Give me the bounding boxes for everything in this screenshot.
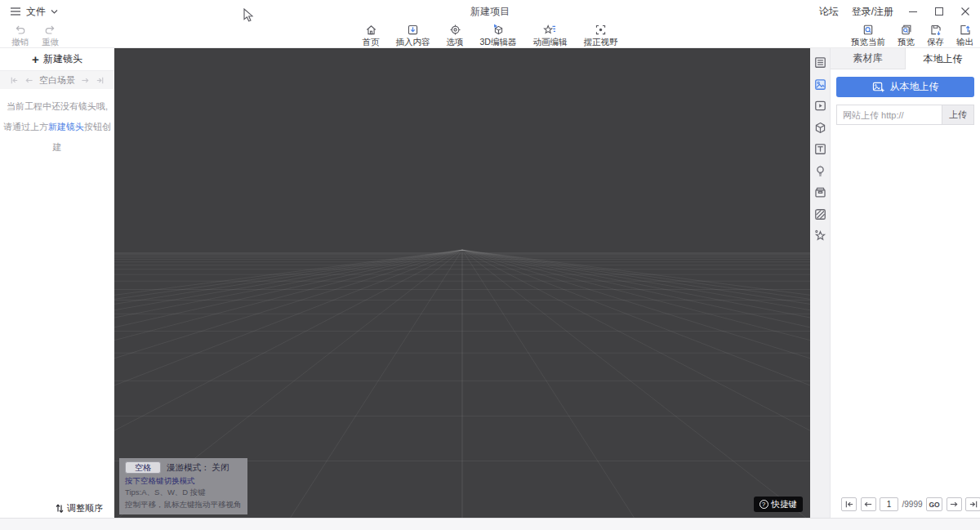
toolbar-item-label: 首页: [363, 37, 380, 48]
empty-hint-line2: 请通过上方新建镜头按钮创建: [0, 117, 114, 158]
login-register-link[interactable]: 登录/注册: [852, 5, 893, 19]
text-assets-icon[interactable]: [813, 142, 827, 156]
file-menu[interactable]: 文件: [26, 5, 46, 19]
hamburger-menu-icon[interactable]: [10, 7, 21, 16]
shortcuts-button[interactable]: ? 快捷键: [754, 497, 804, 512]
next-page-button[interactable]: [947, 497, 962, 511]
template-list-icon[interactable]: [813, 56, 827, 69]
app-window: { "colors": { "accent": "#4a80e4", "canv…: [0, 0, 980, 530]
toolbar-animation-edit[interactable]: 动画编辑: [532, 24, 567, 48]
redo-icon: [44, 24, 56, 36]
maximize-button[interactable]: [933, 5, 946, 18]
empty-hint-line1: 当前工程中还没有镜头哦,: [0, 96, 114, 117]
home-icon: [364, 24, 377, 36]
undo-button[interactable]: 撤销: [11, 24, 29, 48]
assets-tabs: 素材库 本地上传: [831, 48, 980, 69]
first-scene-icon[interactable]: [10, 76, 19, 85]
gear-icon: [448, 24, 461, 36]
preview-icon: [900, 24, 913, 36]
preview-current-button[interactable]: 预览当前: [851, 24, 885, 48]
forum-link[interactable]: 论坛: [819, 5, 839, 19]
focus-brackets-icon: [594, 24, 607, 36]
page-number-input[interactable]: [880, 497, 898, 511]
hint-tips-text: Tips:A、S、W、D 按键: [125, 487, 242, 499]
save-button[interactable]: 保存: [927, 24, 944, 48]
model-3d-icon[interactable]: [813, 121, 827, 135]
prev-page-button[interactable]: [861, 497, 876, 511]
url-input[interactable]: [836, 105, 942, 125]
tab-local-upload[interactable]: 本地上传: [906, 48, 980, 69]
close-button[interactable]: [959, 5, 972, 18]
titlebar: 文件 新建项目 论坛 登录/注册: [0, 0, 980, 23]
help-icon: ?: [760, 500, 768, 509]
toolbar-item-label: 3D编辑器: [480, 37, 517, 48]
empty-hint-text: 请通过上方: [3, 122, 48, 131]
upload-local-label: 从本地上传: [890, 80, 939, 94]
minimize-button[interactable]: [906, 5, 920, 18]
go-page-button[interactable]: GO: [926, 497, 942, 511]
reorder-button[interactable]: 调整顺序: [56, 502, 103, 514]
insert-icon: [407, 24, 420, 36]
toolbar-options[interactable]: 选项: [447, 24, 464, 48]
url-upload-row: 上传: [836, 105, 974, 125]
redo-label: 重做: [42, 37, 59, 48]
upload-local-button[interactable]: 从本地上传: [836, 77, 974, 97]
prev-scene-icon[interactable]: [24, 76, 33, 85]
chevron-down-icon: [51, 10, 58, 14]
new-shot-button[interactable]: + 新建镜头: [0, 48, 114, 71]
perspective-grid: [114, 48, 810, 519]
reorder-label: 调整顺序: [67, 502, 103, 514]
redo-button[interactable]: 重做: [42, 24, 59, 48]
preview-button[interactable]: 预览: [898, 24, 915, 48]
main-area: + 新建镜头 空白场景 当前工程中还没有镜头哦, 请通过上方新建镜头按钮创建: [0, 47, 980, 518]
material-hatch-icon[interactable]: [813, 207, 827, 221]
hint-toggle-text: 按下空格键切换模式: [125, 475, 242, 488]
toolbar-item-label: 动画编辑: [532, 37, 567, 48]
asset-category-strip: [810, 48, 830, 518]
cube-3d-icon: [492, 24, 506, 36]
viewport-3d[interactable]: 空格 漫游模式： 关闭 按下空格键切换模式 Tips:A、S、W、D 按键 控制…: [114, 48, 810, 519]
url-upload-button[interactable]: 上传: [942, 105, 974, 125]
pagination: /9999 GO: [841, 497, 980, 511]
star-lines-icon: [543, 24, 557, 36]
tab-material-library[interactable]: 素材库: [831, 48, 906, 69]
empty-project-hint: 当前工程中还没有镜头哦, 请通过上方新建镜头按钮创建: [0, 96, 114, 158]
toolbar: 撤销 重做 首页 插入内容 选项: [0, 23, 980, 47]
undo-icon: [14, 24, 26, 36]
toolbar-insert-content[interactable]: 插入内容: [396, 24, 430, 48]
export-button[interactable]: 输出: [956, 24, 973, 48]
first-page-button[interactable]: [841, 497, 857, 511]
new-shot-link[interactable]: 新建镜头: [48, 122, 84, 131]
effects-star-icon[interactable]: [813, 229, 827, 243]
toolbar-reset-view[interactable]: 摆正视野: [583, 24, 617, 48]
assets-panel: 素材库 本地上传 从本地上传 上传 /9999 GO: [830, 48, 980, 518]
toolbar-item-label: 摆正视野: [583, 37, 617, 48]
last-page-button[interactable]: [965, 497, 980, 511]
scene-box-icon[interactable]: [813, 185, 827, 199]
plus-icon: +: [32, 54, 39, 65]
image-assets-icon[interactable]: [813, 78, 827, 91]
roam-mode-hint: 空格 漫游模式： 关闭 按下空格键切换模式 Tips:A、S、W、D 按键 控制…: [119, 458, 247, 515]
shortcuts-label: 快捷键: [772, 499, 798, 510]
light-assets-icon[interactable]: [813, 164, 827, 178]
toolbar-item-label: 预览: [898, 37, 915, 48]
sort-arrows-icon: [56, 504, 64, 513]
toolbar-item-label: 输出: [956, 37, 973, 48]
shots-sidebar: + 新建镜头 空白场景 当前工程中还没有镜头哦, 请通过上方新建镜头按钮创建: [0, 48, 114, 518]
undo-label: 撤销: [11, 37, 29, 48]
bottom-strip: [0, 518, 980, 530]
scene-navigator: 空白场景: [0, 71, 114, 89]
last-scene-icon[interactable]: [96, 76, 105, 85]
scene-name: 空白场景: [39, 74, 75, 87]
toolbar-item-label: 插入内容: [396, 37, 430, 48]
toolbar-item-label: 保存: [927, 37, 944, 48]
upload-image-icon: [872, 82, 884, 93]
next-scene-icon[interactable]: [81, 76, 90, 85]
toolbar-item-label: 预览当前: [851, 37, 885, 48]
page-total: /9999: [902, 500, 923, 509]
video-assets-icon[interactable]: [813, 99, 827, 113]
roam-mode-status: 漫游模式： 关闭: [167, 461, 229, 474]
toolbar-home[interactable]: 首页: [363, 24, 380, 48]
toolbar-3d-editor[interactable]: 3D编辑器: [480, 24, 517, 48]
hint-pan-text: 控制平移，鼠标左键拖动平移视角: [125, 499, 242, 511]
